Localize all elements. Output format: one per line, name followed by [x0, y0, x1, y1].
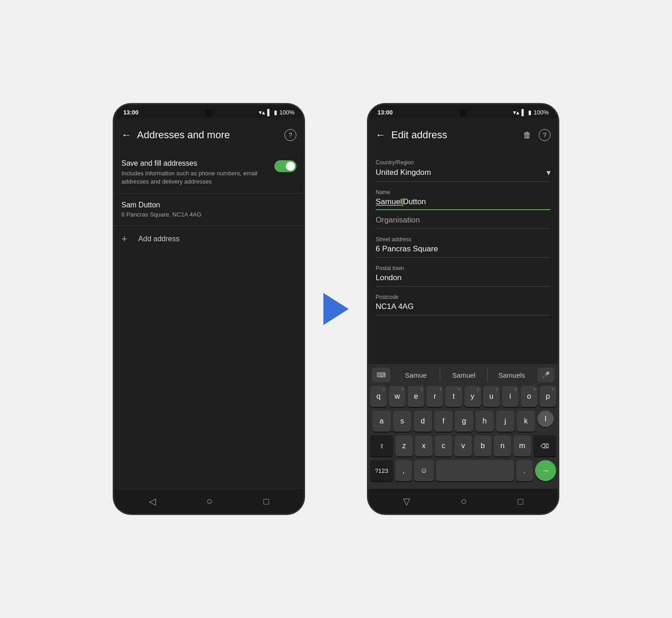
right-back-nav-icon[interactable]: ▽	[403, 496, 410, 507]
key-d[interactable]: d	[414, 411, 432, 432]
key-q[interactable]: 1q	[370, 386, 387, 407]
left-status-icons: ▾▴ ▌ ▮ 100%	[259, 109, 295, 116]
right-nav-bar: ▽ ○ □	[368, 488, 558, 514]
organisation-placeholder: Organisation	[376, 216, 551, 225]
key-w[interactable]: 2w	[389, 386, 405, 407]
key-c[interactable]: c	[435, 435, 452, 456]
street-field[interactable]: 6 Pancras Square	[376, 244, 551, 258]
key-y[interactable]: 6y	[464, 386, 481, 407]
space-key[interactable]	[436, 460, 514, 481]
mic-button[interactable]: 🎤	[537, 368, 554, 382]
toggle-section: Save and fill addresses Includes informa…	[114, 152, 304, 194]
suggestion-samuels[interactable]: Samuels	[488, 369, 535, 382]
postal-town-field[interactable]: London	[376, 273, 551, 287]
name-field-group: Name SamuelDutton	[376, 189, 551, 210]
postcode-field-group: Postcode NC1A 4AG	[376, 294, 551, 315]
left-top-bar: ← Addresses and more ?	[114, 118, 304, 152]
key-m[interactable]: m	[514, 435, 531, 456]
backspace-key[interactable]: ⌫	[533, 435, 556, 456]
right-battery-percent: 100%	[534, 109, 549, 116]
battery-icon: ▮	[274, 109, 277, 116]
key-n[interactable]: n	[494, 435, 511, 456]
recents-nav-icon[interactable]: □	[263, 496, 269, 507]
street-value: 6 Pancras Square	[376, 244, 551, 254]
organisation-field[interactable]: Organisation	[376, 212, 551, 229]
key-s[interactable]: s	[393, 411, 411, 432]
key-z[interactable]: z	[395, 435, 413, 456]
key-j[interactable]: j	[496, 411, 514, 432]
key-f[interactable]: f	[434, 411, 453, 432]
right-signal-icon: ▌	[522, 109, 526, 116]
key-o[interactable]: 9o	[521, 386, 537, 407]
delete-button[interactable]: 🗑	[521, 129, 533, 142]
shift-key[interactable]: ⇧	[370, 435, 393, 456]
home-nav-icon[interactable]: ○	[207, 495, 213, 507]
keyboard-icon[interactable]: ⌨	[372, 368, 390, 382]
left-app-content: ← Addresses and more ? Save and fill add…	[114, 118, 304, 488]
postcode-value: NC1A 4AG	[376, 302, 551, 311]
save-addresses-toggle[interactable]	[274, 160, 296, 172]
word-suggestions: Samue Samuel Samuels	[392, 369, 535, 382]
left-back-button[interactable]: ←	[118, 125, 135, 145]
left-phone: 13:00 ▾▴ ▌ ▮ 100% ← Addresses and more ?	[113, 103, 305, 515]
right-help-button[interactable]: ?	[539, 129, 551, 141]
back-nav-icon[interactable]: ◁	[149, 496, 156, 507]
suggestion-samuel[interactable]: Samuel	[440, 369, 488, 382]
keyboard-row-1: 1q 2w 3e 4r 5t 6y 7u 8i 9o 0p	[370, 386, 556, 407]
keyboard-row-3: ⇧ z x c v b n m ⌫	[370, 435, 556, 456]
address-item[interactable]: Sam Dutton 6 Pancras Square, NC1A 4AG	[114, 194, 304, 226]
key-r[interactable]: 4r	[426, 386, 443, 407]
key-g[interactable]: g	[455, 411, 473, 432]
country-field-group: Country/Region United Kingdom ▾	[376, 159, 551, 182]
toggle-description: Includes information such as phone numbe…	[121, 169, 269, 186]
right-app-content: ← Edit address 🗑 ? Country/Region United…	[368, 118, 558, 488]
postcode-field[interactable]: NC1A 4AG	[376, 302, 551, 315]
period-key[interactable]: .	[516, 460, 533, 481]
transition-arrow	[323, 293, 349, 325]
key-h[interactable]: h	[475, 411, 494, 432]
key-l[interactable]: l	[537, 411, 554, 427]
comma-key[interactable]: ,	[395, 460, 412, 481]
toggle-text: Save and fill addresses Includes informa…	[121, 159, 269, 186]
left-time: 13:00	[123, 109, 138, 116]
toggle-row: Save and fill addresses Includes informa…	[121, 159, 296, 186]
right-back-button[interactable]: ←	[372, 125, 389, 145]
right-home-nav-icon[interactable]: ○	[461, 495, 467, 507]
key-k[interactable]: k	[517, 411, 535, 432]
edit-form: Country/Region United Kingdom ▾ Name Sam…	[368, 152, 558, 364]
address-detail: 6 Pancras Square, NC1A 4AG	[121, 211, 296, 218]
right-page-title: Edit address	[391, 129, 521, 141]
country-field[interactable]: United Kingdom ▾	[376, 168, 551, 182]
postal-town-value: London	[376, 273, 551, 282]
name-label: Name	[376, 189, 551, 195]
right-wifi-icon: ▾▴	[513, 109, 519, 116]
key-e[interactable]: 3e	[408, 386, 424, 407]
key-v[interactable]: v	[454, 435, 472, 456]
key-u[interactable]: 7u	[483, 386, 500, 407]
emoji-key[interactable]: ☺	[414, 460, 434, 481]
key-x[interactable]: x	[415, 435, 432, 456]
key-b[interactable]: b	[474, 435, 492, 456]
keyboard-row-2: a s d f g h j k l	[370, 411, 556, 432]
country-label: Country/Region	[376, 159, 551, 166]
key-i[interactable]: 8i	[502, 386, 519, 407]
phone-comparison: 13:00 ▾▴ ▌ ▮ 100% ← Addresses and more ?	[113, 103, 559, 515]
street-label: Street address	[376, 236, 551, 243]
right-status-bar: 13:00 ▾▴ ▌ ▮ 100%	[368, 104, 558, 118]
enter-key[interactable]: →	[535, 460, 556, 481]
country-dropdown-icon: ▾	[546, 168, 551, 178]
add-address-button[interactable]: + Add address	[114, 226, 304, 252]
num-switch-key[interactable]: ?123	[370, 460, 393, 481]
postcode-label: Postcode	[376, 294, 551, 300]
toggle-title: Save and fill addresses	[121, 159, 269, 168]
right-battery-icon: ▮	[528, 109, 531, 116]
name-field[interactable]: SamuelDutton	[376, 197, 551, 210]
right-recents-nav-icon[interactable]: □	[518, 496, 523, 507]
key-p[interactable]: 0p	[540, 386, 556, 407]
help-button[interactable]: ?	[284, 129, 296, 141]
key-a[interactable]: a	[372, 411, 391, 432]
suggestion-samue[interactable]: Samue	[392, 369, 440, 382]
key-t[interactable]: 5t	[445, 386, 462, 407]
left-page-title: Addresses and more	[137, 129, 284, 141]
name-after-cursor: Dutton	[403, 197, 426, 206]
